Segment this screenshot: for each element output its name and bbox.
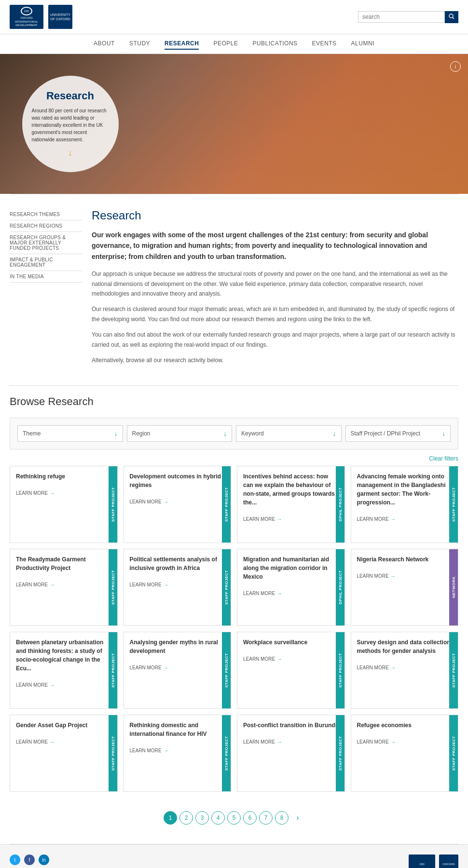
pagination: 12345678› bbox=[10, 801, 458, 834]
card-title: Incentives behind access: how can we exp… bbox=[243, 472, 339, 507]
nav-alumni[interactable]: ALUMNI bbox=[351, 38, 374, 50]
oxford-logo: UNIVERSITY OF OXFORD bbox=[48, 5, 72, 29]
card-tag: NETWORK bbox=[449, 549, 458, 625]
hero-title: Research bbox=[46, 90, 94, 102]
card-tag: STAFF PROJECT bbox=[222, 466, 231, 542]
research-card-10: Workplace surveillance LEARN MORE → STAF… bbox=[237, 632, 345, 709]
svg-point-0 bbox=[449, 14, 453, 18]
content-para-2: Our research is clustered around four ma… bbox=[92, 304, 458, 324]
card-body: Development outcomes in hybrid regimes L… bbox=[124, 466, 231, 542]
learn-more-link[interactable]: LEARN MORE → bbox=[16, 577, 111, 587]
learn-more-link[interactable]: LEARN MORE → bbox=[130, 743, 225, 753]
staff-project-filter-arrow: ↓ bbox=[442, 430, 445, 437]
main-nav: ABOUT STUDY RESEARCH PEOPLE PUBLICATIONS… bbox=[0, 34, 468, 54]
card-tag: DPHIL PROJECT bbox=[336, 466, 344, 542]
page-button-7[interactable]: 7 bbox=[259, 811, 273, 825]
learn-more-arrow: → bbox=[277, 656, 282, 662]
card-title: Refugee economies bbox=[357, 721, 453, 730]
learn-more-link[interactable]: LEARN MORE → bbox=[243, 586, 339, 596]
linkedin-icon[interactable]: in bbox=[39, 854, 49, 865]
card-body: Between planetary urbanisation and think… bbox=[10, 632, 117, 708]
card-tag: STAFF PROJECT bbox=[336, 715, 344, 791]
sidebar: RESEARCH THEMES RESEARCH REGIONS RESEARC… bbox=[10, 209, 82, 371]
logo-group: OID OXFORD INTERNATIONAL DEVELOPMENT UNI… bbox=[10, 5, 72, 29]
region-filter-arrow: ↓ bbox=[223, 430, 227, 437]
learn-more-link[interactable]: LEARN MORE → bbox=[357, 734, 453, 745]
card-title: Nigeria Research Network bbox=[357, 555, 453, 564]
keyword-filter[interactable]: Keyword ↓ bbox=[236, 425, 342, 442]
card-tag: STAFF PROJECT bbox=[222, 549, 231, 625]
nav-study[interactable]: STUDY bbox=[129, 38, 150, 50]
learn-more-link[interactable]: LEARN MORE → bbox=[130, 494, 225, 504]
nav-events[interactable]: EVENTS bbox=[312, 38, 337, 50]
nav-about[interactable]: ABOUT bbox=[94, 38, 115, 50]
card-tag: DPHIL PROJECT bbox=[336, 549, 344, 625]
page-button-2[interactable]: 2 bbox=[179, 811, 193, 825]
region-filter[interactable]: Region ↓ bbox=[127, 425, 233, 442]
card-tag: STAFF PROJECT bbox=[222, 632, 231, 708]
card-title: Gender Asset Gap Project bbox=[16, 721, 111, 730]
card-body: Workplace surveillance LEARN MORE → bbox=[237, 632, 344, 708]
learn-more-arrow: → bbox=[391, 665, 396, 670]
nav-research[interactable]: RESEARCH bbox=[165, 38, 199, 50]
page-button-8[interactable]: 8 bbox=[275, 811, 289, 825]
sidebar-item-research-themes[interactable]: RESEARCH THEMES bbox=[10, 209, 82, 220]
card-body: Incentives behind access: how can we exp… bbox=[237, 466, 344, 542]
learn-more-link[interactable]: LEARN MORE → bbox=[243, 651, 339, 662]
learn-more-link[interactable]: LEARN MORE → bbox=[243, 512, 339, 522]
card-title: Advancing female working onto management… bbox=[357, 472, 453, 507]
learn-more-link[interactable]: LEARN MORE → bbox=[16, 678, 111, 688]
card-body: Survey design and data collection method… bbox=[351, 632, 458, 708]
learn-more-link[interactable]: LEARN MORE → bbox=[357, 569, 453, 579]
learn-more-arrow: → bbox=[391, 516, 396, 522]
learn-more-link[interactable]: LEARN MORE → bbox=[16, 486, 111, 496]
research-card-4: The Readymade Garment Productivity Proje… bbox=[10, 549, 118, 626]
learn-more-link[interactable]: LEARN MORE → bbox=[357, 660, 453, 670]
card-body: Rethinking domestic and international fi… bbox=[124, 715, 231, 791]
nav-people[interactable]: PEOPLE bbox=[213, 38, 238, 50]
page-button-6[interactable]: 6 bbox=[243, 811, 257, 825]
card-title: Between planetary urbanisation and think… bbox=[16, 638, 111, 673]
clear-filters-button[interactable]: Clear filters bbox=[10, 454, 458, 466]
sidebar-item-research-regions[interactable]: RESEARCH REGIONS bbox=[10, 220, 82, 232]
page-button-5[interactable]: 5 bbox=[227, 811, 241, 825]
learn-more-link[interactable]: LEARN MORE → bbox=[243, 734, 339, 745]
browse-section: Browse Research Theme ↓ Region ↓ Keyword… bbox=[0, 386, 468, 844]
research-content: Research Our work engages with some of t… bbox=[92, 209, 458, 371]
card-title: Analysing gender myths in rural developm… bbox=[130, 638, 225, 655]
learn-more-link[interactable]: LEARN MORE → bbox=[130, 577, 225, 587]
search-form bbox=[358, 11, 458, 23]
footer-oxford-logo: OXFORD bbox=[439, 854, 458, 868]
research-card-6: Migration and humanitarian aid along the… bbox=[237, 549, 345, 626]
sidebar-item-impact[interactable]: IMPACT & PUBLIC ENGAGEMENT bbox=[10, 254, 82, 271]
pagination-next[interactable]: › bbox=[291, 811, 304, 825]
search-input[interactable] bbox=[358, 11, 445, 23]
research-card-12: Gender Asset Gap Project LEARN MORE → ST… bbox=[10, 715, 118, 792]
card-tag: STAFF PROJECT bbox=[109, 632, 117, 708]
twitter-icon[interactable]: t bbox=[10, 854, 20, 865]
research-card-9: Analysing gender myths in rural developm… bbox=[124, 632, 232, 709]
facebook-icon[interactable]: f bbox=[24, 854, 35, 865]
social-links: t f in bbox=[10, 854, 114, 865]
card-body: Analysing gender myths in rural developm… bbox=[124, 632, 231, 708]
card-body: Advancing female working onto management… bbox=[351, 466, 458, 542]
learn-more-arrow: → bbox=[164, 582, 168, 587]
card-title: The Readymade Garment Productivity Proje… bbox=[16, 555, 111, 572]
site-header: OID OXFORD INTERNATIONAL DEVELOPMENT UNI… bbox=[0, 0, 468, 34]
hero-info-icon[interactable]: i bbox=[450, 61, 461, 72]
sidebar-item-media[interactable]: IN THE MEDIA bbox=[10, 271, 82, 283]
theme-filter[interactable]: Theme ↓ bbox=[17, 425, 123, 442]
page-button-3[interactable]: 3 bbox=[195, 811, 209, 825]
learn-more-arrow: → bbox=[277, 516, 282, 522]
learn-more-link[interactable]: LEARN MORE → bbox=[357, 512, 453, 522]
page-button-4[interactable]: 4 bbox=[211, 811, 225, 825]
learn-more-link[interactable]: LEARN MORE → bbox=[16, 734, 111, 745]
sidebar-item-research-groups[interactable]: RESEARCH GROUPS & MAJOR EXTERNALLY FUNDE… bbox=[10, 232, 82, 254]
staff-project-filter[interactable]: Staff Project / DPhil Project ↓ bbox=[345, 425, 451, 442]
learn-more-link[interactable]: LEARN MORE → bbox=[130, 660, 225, 670]
search-button[interactable] bbox=[445, 11, 458, 23]
nav-publications[interactable]: PUBLICATIONS bbox=[252, 38, 297, 50]
page-button-1[interactable]: 1 bbox=[164, 811, 177, 825]
card-title: Migration and humanitarian aid along the… bbox=[243, 555, 339, 581]
hero-circle: Research Around 80 per cent of our resea… bbox=[22, 76, 119, 172]
